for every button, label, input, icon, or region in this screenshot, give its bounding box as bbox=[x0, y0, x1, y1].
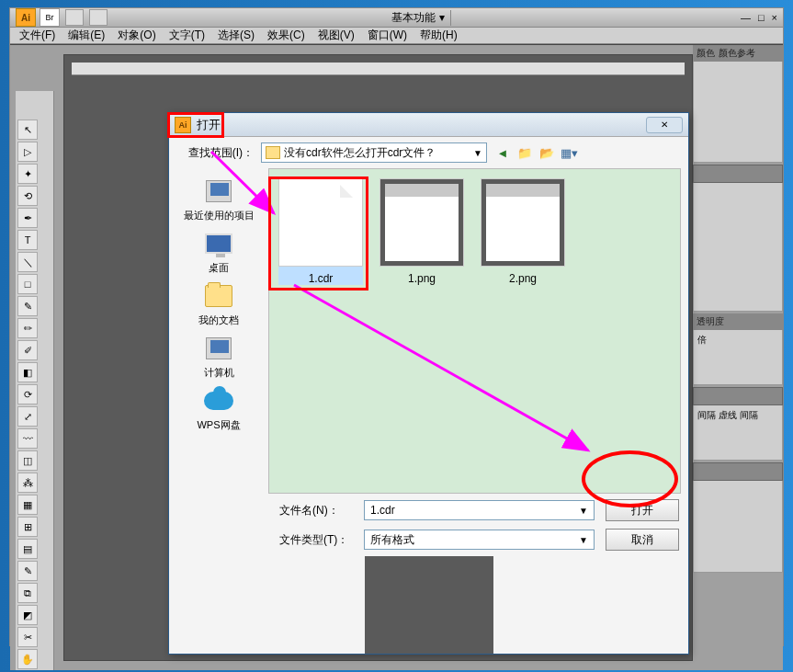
workspace-switcher[interactable]: 基本功能 ▾ bbox=[391, 10, 451, 26]
filetype-label: 文件类型(T)： bbox=[279, 532, 353, 548]
lasso-tool[interactable]: ⟲ bbox=[17, 186, 38, 206]
free-transform-tool[interactable]: ◫ bbox=[17, 450, 38, 471]
titlebar-btn1[interactable] bbox=[65, 9, 84, 26]
color-panel[interactable] bbox=[693, 62, 783, 163]
file-name-2png: 2.png bbox=[509, 272, 537, 285]
menubar: 文件(F) 编辑(E) 对象(O) 文字(T) 选择(S) 效果(C) 视图(V… bbox=[10, 28, 783, 44]
file-name-1cdr: 1.cdr bbox=[309, 272, 334, 285]
sidebar-recent[interactable]: 最近使用的项目 bbox=[184, 177, 255, 222]
titlebar-btn2[interactable] bbox=[89, 9, 108, 26]
transparency-panel-tabs[interactable]: 透明度 bbox=[693, 313, 783, 330]
slice-tool[interactable]: ✂ bbox=[17, 627, 38, 647]
menu-file[interactable]: 文件(F) bbox=[19, 28, 55, 43]
pencil-tool[interactable]: ✏ bbox=[17, 318, 38, 338]
chevron-down-icon: ▼ bbox=[473, 148, 482, 158]
eraser-tool[interactable]: ◧ bbox=[17, 362, 38, 382]
eyedropper-tool[interactable]: ✎ bbox=[17, 561, 38, 581]
color-panel-tabs[interactable]: 颜色 颜色参考 bbox=[693, 45, 783, 62]
sidebar-recent-label: 最近使用的项目 bbox=[184, 209, 255, 222]
panel-header-2[interactable] bbox=[693, 165, 783, 183]
menu-edit[interactable]: 编辑(E) bbox=[68, 28, 105, 43]
maximize-icon[interactable]: □ bbox=[758, 12, 765, 23]
line-tool[interactable]: ＼ bbox=[17, 252, 38, 272]
menu-effect[interactable]: 效果(C) bbox=[267, 28, 305, 43]
view-menu-icon[interactable]: ▦▾ bbox=[561, 144, 577, 161]
computer-icon bbox=[206, 337, 232, 359]
menu-select[interactable]: 选择(S) bbox=[218, 28, 255, 43]
file-item-1png[interactable]: 1.png bbox=[380, 178, 464, 285]
mesh-tool[interactable]: ⊞ bbox=[17, 517, 38, 537]
documents-icon bbox=[205, 285, 232, 307]
dialog-ai-icon: Ai bbox=[175, 117, 191, 133]
pen-tool[interactable]: ✒ bbox=[17, 208, 38, 228]
stroke-panel[interactable]: 间隔 虚线 间隔 bbox=[693, 405, 783, 461]
filename-label: 文件名(N)： bbox=[279, 503, 353, 518]
paintbrush-tool[interactable]: ✎ bbox=[17, 296, 38, 316]
direct-selection-tool[interactable]: ▷ bbox=[17, 142, 38, 162]
rectangle-tool[interactable]: □ bbox=[17, 274, 38, 294]
gradient-tool[interactable]: ▤ bbox=[17, 539, 38, 559]
type-tool[interactable]: T bbox=[17, 230, 38, 250]
sidebar-documents[interactable]: 我的文档 bbox=[198, 282, 239, 327]
warp-tool[interactable]: 〰 bbox=[17, 428, 38, 449]
toolbox: ↖ ▷ ✦ ⟲ ✒ T ＼ □ ✎ ✏ ✐ ◧ ⟳ ⤢ 〰 ◫ ⁂ ▦ ⊞ ▤ … bbox=[16, 91, 54, 670]
panel-header-4[interactable] bbox=[693, 387, 783, 405]
live-paint-tool[interactable]: ◩ bbox=[17, 605, 38, 625]
hand-tool[interactable]: ✋ bbox=[17, 649, 38, 669]
filetype-dropdown[interactable]: 所有格式 ▼ bbox=[364, 530, 595, 550]
bridge-logo-icon: Br bbox=[40, 8, 60, 27]
dialog-close-button[interactable]: ✕ bbox=[646, 117, 683, 133]
desktop-icon bbox=[205, 233, 232, 254]
titlebar: Ai Br 基本功能 ▾ — □ × bbox=[10, 8, 783, 28]
menu-help[interactable]: 帮助(H) bbox=[420, 28, 458, 43]
transparency-panel[interactable]: 倍 bbox=[693, 330, 783, 385]
panel-body-5[interactable] bbox=[693, 481, 783, 573]
file-list[interactable]: 1.cdr 1.png 2.png bbox=[268, 168, 681, 494]
ai-logo-icon: Ai bbox=[16, 8, 36, 27]
sidebar-computer[interactable]: 计算机 bbox=[203, 335, 234, 380]
up-folder-icon[interactable]: 📁 bbox=[516, 144, 533, 161]
places-sidebar: 最近使用的项目 桌面 我的文档 计算机 WPS网盘 bbox=[169, 168, 268, 494]
symbol-sprayer-tool[interactable]: ⁂ bbox=[17, 473, 38, 493]
preview-thumbnail bbox=[365, 556, 493, 654]
blob-brush-tool[interactable]: ✐ bbox=[17, 340, 38, 360]
lookin-value: 没有cdr软件怎么打开cdr文件？ bbox=[284, 145, 436, 161]
lookin-label: 查找范围(I)： bbox=[176, 145, 254, 161]
cloud-icon bbox=[204, 392, 233, 410]
cancel-button[interactable]: 取消 bbox=[606, 529, 679, 551]
dialog-titlebar[interactable]: Ai 打开 ✕ bbox=[169, 113, 688, 137]
menu-view[interactable]: 视图(V) bbox=[318, 28, 355, 43]
panel-header-5[interactable] bbox=[693, 462, 783, 481]
selection-tool[interactable]: ↖ bbox=[17, 120, 38, 140]
menu-type[interactable]: 文字(T) bbox=[169, 28, 205, 43]
magic-wand-tool[interactable]: ✦ bbox=[17, 164, 38, 184]
filename-field[interactable]: 1.cdr ▼ bbox=[364, 500, 595, 520]
dialog-title-text: 打开 bbox=[197, 117, 221, 133]
file-item-1cdr[interactable]: 1.cdr bbox=[278, 178, 363, 285]
sidebar-documents-label: 我的文档 bbox=[198, 313, 239, 327]
scale-tool[interactable]: ⤢ bbox=[17, 406, 38, 427]
rotate-tool[interactable]: ⟳ bbox=[17, 384, 38, 404]
menu-object[interactable]: 对象(O) bbox=[118, 28, 155, 43]
open-dialog: Ai 打开 ✕ 查找范围(I)： 没有cdr软件怎么打开cdr文件？ ▼ ◄ 📁… bbox=[168, 112, 689, 655]
sidebar-wps[interactable]: WPS网盘 bbox=[197, 387, 240, 432]
folder-icon bbox=[266, 146, 280, 159]
panel-body-2[interactable] bbox=[693, 183, 783, 312]
back-icon[interactable]: ◄ bbox=[494, 144, 511, 161]
sidebar-computer-label: 计算机 bbox=[204, 366, 234, 380]
file-item-2png[interactable]: 2.png bbox=[481, 178, 565, 285]
open-button[interactable]: 打开 bbox=[606, 499, 679, 521]
file-name-1png: 1.png bbox=[408, 272, 436, 285]
chevron-down-icon: ▼ bbox=[579, 506, 588, 516]
close-icon[interactable]: × bbox=[772, 12, 777, 23]
new-folder-icon[interactable]: 📂 bbox=[538, 144, 555, 161]
png-thumbnail-1 bbox=[380, 178, 464, 267]
sidebar-desktop[interactable]: 桌面 bbox=[203, 230, 234, 275]
lookin-dropdown[interactable]: 没有cdr软件怎么打开cdr文件？ ▼ bbox=[261, 142, 487, 163]
menu-window[interactable]: 窗口(W) bbox=[368, 28, 407, 43]
blend-tool[interactable]: ⧉ bbox=[17, 583, 38, 603]
minimize-icon[interactable]: — bbox=[741, 12, 751, 23]
graph-tool[interactable]: ▦ bbox=[17, 495, 38, 515]
sidebar-wps-label: WPS网盘 bbox=[197, 418, 240, 432]
png-thumbnail-2 bbox=[481, 178, 565, 267]
